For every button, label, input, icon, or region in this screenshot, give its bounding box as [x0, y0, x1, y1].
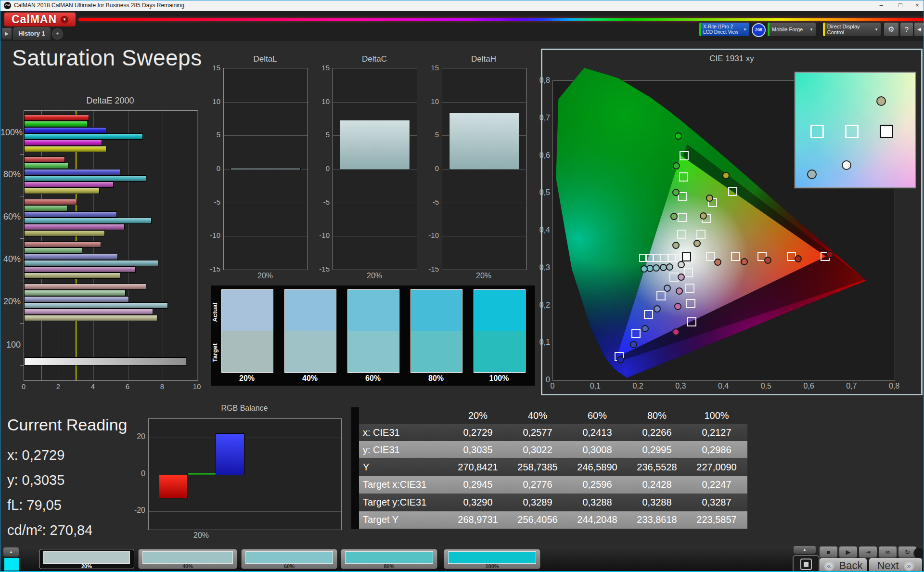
next-chevron-icon: »: [904, 560, 914, 571]
patch-button-100%[interactable]: 100%: [444, 549, 540, 569]
delta-c-bar: [340, 120, 410, 170]
y-tick: 0: [422, 164, 439, 172]
add-tab-button[interactable]: +: [52, 28, 63, 39]
deltae-x-tick: 2: [51, 382, 65, 390]
deltae-bar: [24, 182, 114, 188]
gridline: [442, 236, 526, 236]
deltae-bar: [24, 205, 67, 211]
table-cell: 0,2729: [448, 427, 508, 438]
cie-x-tick: 0,6: [800, 382, 818, 390]
next-label: Next: [877, 559, 898, 572]
rgb-balance-chart: [148, 418, 342, 530]
collapse-panel-button[interactable]: ◀: [914, 23, 924, 36]
patch-label: 80%: [341, 563, 437, 569]
axis-tick: [20, 281, 24, 281]
swatch-column-label: 80%: [411, 374, 462, 383]
deltae-bar: [24, 290, 126, 296]
cie-measured-point: [654, 305, 661, 312]
patch-button-80%[interactable]: 80%: [341, 549, 437, 569]
play-button[interactable]: ▶: [839, 546, 857, 558]
table-row: Y270,8421258,7385246,5890236,5528227,009…: [359, 459, 747, 476]
help-icon: ?: [905, 25, 909, 33]
calman-menu-button[interactable]: CalMAN ▼: [4, 13, 76, 26]
table-cell: 0,2413: [567, 427, 627, 438]
delta-c-chart: [333, 68, 417, 270]
table-cell: 0,2577: [508, 427, 567, 438]
target-swatch: [474, 331, 526, 373]
window-mode-button[interactable]: [793, 555, 820, 572]
continuous-button[interactable]: ∞: [879, 546, 897, 558]
settings-button[interactable]: ⚙: [884, 23, 898, 36]
source-dropdown[interactable]: Mobile Forge ▼: [768, 23, 816, 36]
gridline: [333, 203, 417, 203]
step-button[interactable]: ⇥: [859, 546, 877, 558]
deltae-bar: [24, 296, 129, 302]
y-tick: -10: [203, 231, 220, 239]
table-row-label: Y: [359, 462, 448, 473]
table-cell: 0,2266: [627, 427, 687, 438]
close-button[interactable]: ×: [910, 0, 924, 11]
table-cell: 233,8618: [627, 514, 687, 525]
table-cell: 0,2776: [508, 479, 567, 490]
deltae-bar: [24, 146, 106, 152]
chevron-down-icon: ▼: [809, 27, 813, 32]
meter-count-badge[interactable]: 205: [752, 23, 766, 37]
table-column-header: 60%: [567, 410, 627, 421]
deltae-bar: [24, 241, 101, 247]
deltae-bar: [24, 224, 125, 230]
maximize-button[interactable]: □: [893, 0, 908, 11]
cie-measured-point: [630, 341, 637, 348]
actual-swatch: [284, 289, 336, 331]
cie-x-tick: 0,3: [672, 382, 689, 390]
cie-target-point: [696, 230, 706, 239]
y-tick: 10: [203, 97, 220, 105]
deltae-bar: [24, 254, 118, 260]
cie-measured-point: [674, 303, 681, 310]
stop-button[interactable]: ■: [820, 546, 837, 558]
cie-x-tick: 0,4: [715, 382, 732, 390]
gridline: [149, 511, 341, 512]
table-cell: 256,4056: [508, 514, 567, 525]
delta-l-chart: [223, 68, 308, 270]
cie-target-point: [644, 310, 653, 319]
deltae-chart-title: DeltaE 2000: [24, 96, 197, 106]
target-swatch: [347, 331, 399, 373]
axis-tick: [20, 196, 24, 196]
deltae-bar: [24, 140, 102, 146]
calman-window: CM CalMAN 2018 CalMAN Ultimate for Busin…: [0, 0, 924, 572]
minimize-button[interactable]: –: [874, 0, 888, 11]
rgb-y-tick: 20: [127, 432, 145, 441]
cie-target-point: [685, 284, 694, 293]
help-button[interactable]: ?: [900, 23, 913, 36]
table-cell: 0,3035: [448, 444, 508, 455]
meter-dropdown[interactable]: X-Rite i1Pro 2 LCD Direct View ▼: [699, 23, 749, 36]
table-cell: 258,7385: [508, 462, 567, 473]
y-tick: 15: [422, 64, 439, 72]
patch-button-60%[interactable]: 60%: [241, 549, 337, 569]
next-button[interactable]: Next »: [869, 558, 922, 572]
table-row: Target x:CIE310,29450,27760,25960,24280,…: [359, 476, 747, 494]
cie-measured-point: [672, 189, 680, 196]
tab-history-1[interactable]: History 1: [13, 27, 51, 40]
deltae-bar: [24, 266, 136, 273]
actual-swatch: [474, 289, 526, 331]
transport-panel-toggle[interactable]: ▲: [794, 546, 816, 554]
patch-button-40%[interactable]: 40%: [138, 549, 237, 569]
back-button[interactable]: « Back: [820, 558, 867, 572]
table-cell: 0,2127: [687, 427, 746, 438]
cie-x-tick: 0,2: [629, 382, 647, 390]
cie-target-point: [678, 213, 687, 222]
cie-target-point: [679, 172, 688, 182]
display-control-dropdown[interactable]: Direct Display Control ▼: [823, 23, 881, 36]
cie-whitepoint-inset: [795, 72, 916, 188]
patch-panel-toggle[interactable]: ▲: [3, 547, 19, 557]
patch-button-20%[interactable]: 20%: [39, 549, 134, 569]
patch-swatch: [448, 551, 536, 564]
swatch-column-label: 60%: [347, 374, 398, 383]
deltae-bar: [24, 273, 120, 279]
deltae-bar: [24, 156, 65, 163]
deltae-group-label: 100%: [0, 128, 21, 138]
cie-y-tick: 0,7: [530, 114, 550, 122]
tab-scroll-button[interactable]: ▶: [2, 28, 12, 39]
cie-y-tick: 0,6: [530, 151, 550, 160]
